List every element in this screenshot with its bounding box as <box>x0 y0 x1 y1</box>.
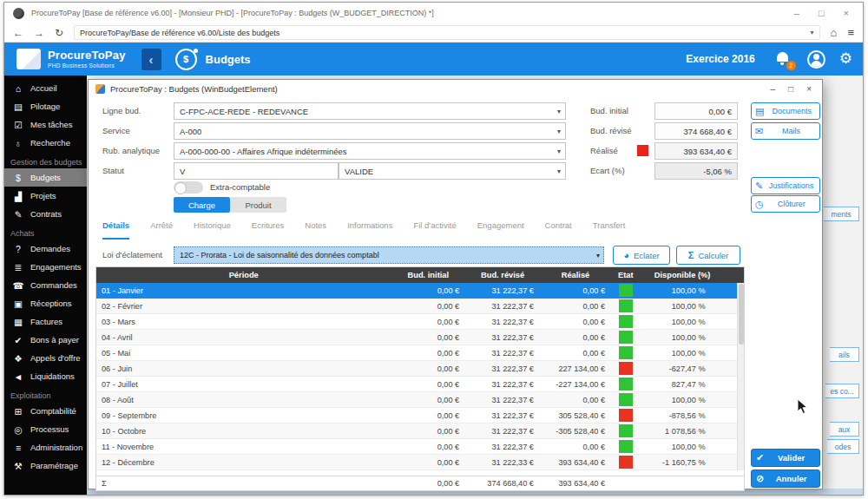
table-row[interactable]: 04 - Avril 0,00 € 31 222,37 € 0,00 € 100… <box>96 330 744 345</box>
tab-transfert[interactable]: Transfert <box>593 220 626 240</box>
background-button-fragment[interactable]: ments <box>824 207 859 221</box>
realise-cell: 393 634,40 € <box>540 455 611 469</box>
sidebar-item-comptabilite[interactable]: ⊞ Comptabilité <box>4 402 87 420</box>
user-profile-icon[interactable] <box>807 50 825 69</box>
table-row[interactable]: 07 - Juillet 0,00 € 31 222,37 € -227 134… <box>96 377 744 392</box>
realise-input[interactable]: 393 634,40 € <box>654 142 738 160</box>
tab-historique[interactable]: Historique <box>194 220 231 240</box>
address-input[interactable]: ProcureToPay/Base de référence v6.00/Lis… <box>74 25 819 40</box>
check-icon: ✔ <box>756 452 764 463</box>
rub-analytique-label: Rub. analytique <box>102 142 172 160</box>
forward-icon[interactable]: → <box>34 24 44 42</box>
sidebar-item-budgets[interactable]: $ Budgets <box>4 168 87 187</box>
bud-initial-input[interactable]: 0,00 € <box>654 102 738 120</box>
tab-engagement[interactable]: Engagement <box>477 220 524 240</box>
tab-arrete[interactable]: Arrêté <box>150 220 173 240</box>
disponible-cell: 100,00 % <box>641 392 725 407</box>
table-row[interactable]: 03 - Mars 0,00 € 31 222,37 € 0,00 € 100,… <box>96 314 744 330</box>
eclater-button[interactable]: ◕ Eclater <box>613 246 670 265</box>
sidebar-label: Appels d'offre <box>30 353 81 363</box>
brand-name: ProcureToPay <box>48 49 126 61</box>
dialog-maximize-button[interactable]: □ <box>788 84 793 94</box>
sidebar-item-accueil[interactable]: ⌂ Accueil <box>4 79 87 97</box>
statut-value-select[interactable]: VALIDE <box>339 162 566 180</box>
table-row[interactable]: 10 - Octobre 0,00 € 31 222,37 € -305 528… <box>96 423 744 439</box>
notification-badge: 2 <box>786 61 796 70</box>
justifications-button[interactable]: ✎ Justifications <box>751 177 820 194</box>
gear-icon[interactable]: ⚙ <box>839 50 852 68</box>
sidebar-item-recherche[interactable]: ♁ Recherche <box>4 134 87 152</box>
dialog-minimize-button[interactable]: – <box>771 84 776 94</box>
table-row[interactable]: 08 - Août 0,00 € 31 222,37 € 0,00 € 100,… <box>96 392 744 408</box>
background-button-fragment[interactable]: es co... <box>825 384 859 398</box>
tab-fil-activite[interactable]: Fil d'activité <box>413 220 456 240</box>
bud-initial-cell: 0,00 € <box>391 345 465 360</box>
tab-notes[interactable]: Notes <box>305 220 326 240</box>
address-dropdown-icon[interactable]: ▾ <box>811 29 814 36</box>
statut-code-input[interactable]: V <box>174 162 339 180</box>
calculer-button[interactable]: Σ Calculer <box>676 246 740 265</box>
close-button[interactable]: × <box>844 7 849 19</box>
maximize-button[interactable]: □ <box>819 7 825 19</box>
sidebar-item-liquidations[interactable]: ◄ Liquidations <box>4 367 87 385</box>
sidebar-item-mes-taches[interactable]: ☑ Mes tâches <box>4 115 87 134</box>
sidebar-label: Processus <box>30 424 69 434</box>
tab-details[interactable]: Détails <box>102 220 129 240</box>
tab-informations[interactable]: Informations <box>347 220 392 240</box>
tab-contrat[interactable]: Contrat <box>545 220 572 240</box>
sidebar-item-commandes[interactable]: ☎ Commandes <box>4 276 87 294</box>
table-row[interactable]: 02 - Février 0,00 € 31 222,37 € 0,00 € 1… <box>96 299 744 314</box>
sidebar-label: Accueil <box>30 83 57 93</box>
home-icon[interactable]: ⌂ <box>831 24 838 42</box>
sidebar-item-engagements[interactable]: ≣ Engagements <box>4 258 87 276</box>
table-row[interactable]: 06 - Juin 0,00 € 31 222,37 € 227 134,00 … <box>96 361 744 377</box>
menu-icon[interactable]: ≡ <box>847 24 854 42</box>
dialog-close-button[interactable]: × <box>806 84 812 94</box>
loi-eclatement-select[interactable]: 12C - Prorata - Loi de saisonnalité des … <box>174 246 604 264</box>
cloturer-button[interactable]: ◷ Clôturer <box>751 195 820 213</box>
sidebar-item-administration[interactable]: ≡ Administration <box>4 438 87 456</box>
ecart-input[interactable]: -5,06 % <box>654 162 738 180</box>
app-header: ProcureToPay PHD Business Solutions ‹ $ … <box>4 43 863 76</box>
bud-revise-input[interactable]: 374 668,40 € <box>654 122 738 140</box>
back-icon[interactable]: ← <box>13 24 23 42</box>
dialog-controls: – □ × <box>771 84 815 94</box>
table-row[interactable]: 09 - Septembre 0,00 € 31 222,37 € 305 52… <box>96 408 744 423</box>
sidebar-item-projets[interactable]: ▟ Projets <box>4 187 87 205</box>
sidebar-item-processus[interactable]: ◎ Processus <box>4 420 87 438</box>
table-row[interactable]: 01 - Janvier 0,00 € 31 222,37 € 0,00 € 1… <box>96 283 744 299</box>
rub-analytique-select[interactable]: A-000-000-00 - Affaires Afrique indéterm… <box>174 142 566 160</box>
sidebar-item-appels-offre[interactable]: ❖ Appels d'offre <box>4 349 87 367</box>
sidebar-item-factures[interactable]: ▦ Factures <box>4 312 87 331</box>
budgets-coin-icon: $ <box>12 173 24 183</box>
sidebar-item-demandes[interactable]: ? Demandes <box>4 240 87 258</box>
sidebar-item-contrats[interactable]: ✎ Contrats <box>4 205 87 223</box>
refresh-icon[interactable]: ↻ <box>55 24 63 42</box>
table-scrollbar[interactable] <box>737 283 744 470</box>
sidebar-item-bons-a-payer[interactable]: ✔ Bons à payer <box>4 331 87 349</box>
table-row[interactable]: 12 - Décembre 0,00 € 31 222,33 € 393 634… <box>96 455 744 470</box>
notifications-bell-icon[interactable]: 2 <box>774 50 792 68</box>
documents-button[interactable]: ▤ Documents <box>751 102 820 120</box>
sidebar-item-receptions[interactable]: ▣ Réceptions <box>4 294 87 312</box>
service-select[interactable]: A-000 <box>174 122 566 140</box>
ligne-bud-select[interactable]: C-FPC-ACE-REDE - REDEVANCE <box>174 102 566 120</box>
extra-comptable-toggle[interactable] <box>174 181 203 194</box>
produit-button[interactable]: Produit <box>230 197 286 213</box>
minimize-button[interactable]: – <box>794 7 799 19</box>
valider-button[interactable]: ✔ Valider <box>751 449 820 467</box>
header-back-button[interactable]: ‹ <box>141 49 161 70</box>
annuler-button[interactable]: ⊘ Annuler <box>751 469 820 488</box>
mails-button[interactable]: ✉ Mails <box>751 122 820 140</box>
table-row[interactable]: 11 - Novembre 0,00 € 31 222,37 € 0,00 € … <box>96 439 744 455</box>
background-button-fragment[interactable]: aux <box>830 422 859 437</box>
sidebar-item-parametrage[interactable]: ⚒ Paramétrage <box>4 456 87 475</box>
charge-button[interactable]: Charge <box>174 197 230 213</box>
background-button-fragment[interactable]: ails <box>830 347 859 362</box>
disponible-cell: 100,00 % <box>641 439 725 454</box>
tab-ecritures[interactable]: Ecritures <box>252 220 284 240</box>
background-button-fragment[interactable]: odes <box>827 439 859 454</box>
sidebar-item-pilotage[interactable]: ▤ Pilotage <box>4 97 87 115</box>
table-row[interactable]: 05 - Mai 0,00 € 31 222,37 € 0,00 € 100,0… <box>96 345 744 361</box>
rub-analytique-value: A-000-000-00 - Affaires Afrique indéterm… <box>180 147 347 156</box>
